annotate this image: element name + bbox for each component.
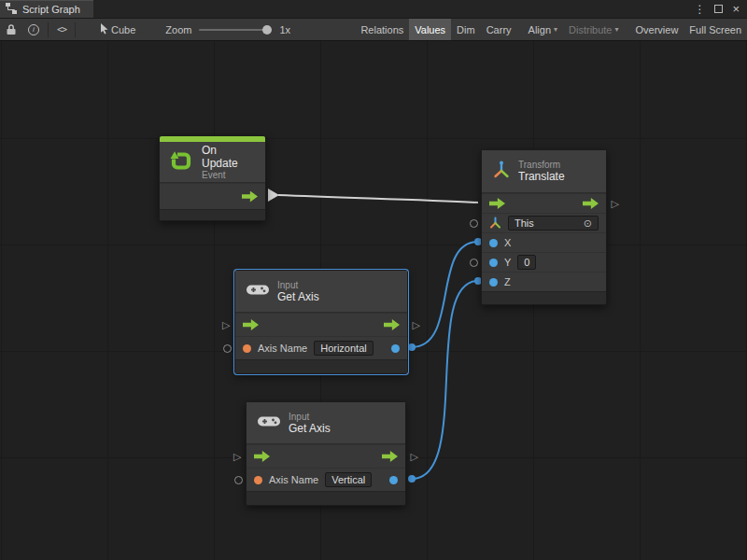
relations-toggle[interactable]: Relations	[355, 19, 409, 40]
value-port-ring[interactable]	[234, 476, 243, 484]
lock-icon[interactable]	[0, 19, 22, 40]
overview-button[interactable]: Overview	[630, 19, 684, 40]
node-footer	[482, 291, 606, 304]
result-output-port[interactable]	[391, 344, 400, 353]
flow-in-triangle[interactable]: ▷	[233, 452, 241, 462]
flow-out-triangle[interactable]: ▷	[612, 199, 619, 209]
this-port-row: This ⊙	[482, 213, 606, 232]
z-input-port[interactable]	[489, 278, 498, 287]
this-field-value: This	[514, 217, 534, 229]
tab-title: Script Graph	[22, 4, 80, 15]
gamepad-icon	[258, 414, 280, 432]
distribute-dropdown[interactable]: Distribute▾	[563, 19, 624, 40]
transform-icon	[493, 161, 510, 183]
flow-input-port[interactable]	[489, 198, 505, 209]
axis-name-label: Axis Name	[258, 343, 307, 354]
flow-input-port[interactable]	[254, 451, 270, 462]
axis-name-row: Axis Name Vertical	[247, 468, 405, 491]
node-footer	[247, 491, 405, 505]
zoom-value: 1x	[279, 24, 290, 35]
this-object-field[interactable]: This ⊙	[508, 216, 599, 231]
node-on-update[interactable]: On Update Event	[159, 135, 266, 221]
gamepad-icon	[247, 283, 269, 301]
flow-port-row: ▷	[482, 193, 606, 213]
pick-cursor-icon	[99, 22, 109, 36]
axis-name-field[interactable]: Vertical	[325, 472, 372, 487]
flow-out-triangle[interactable]: ▷	[411, 452, 418, 462]
zoom-slider[interactable]	[199, 23, 272, 36]
axis-name-input-port[interactable]	[254, 476, 262, 484]
update-loop-icon	[169, 148, 193, 176]
y-port-ring[interactable]	[470, 259, 478, 267]
graph-toolbar: i <> Cube Zoom 1x Relations Values Dim C…	[0, 19, 747, 41]
flow-port-row: ▷ ▷	[247, 444, 405, 468]
node-footer	[160, 209, 265, 220]
flow-output-port[interactable]	[583, 198, 599, 209]
object-picker-icon[interactable]: ⊙	[584, 218, 592, 229]
node-footer	[235, 359, 407, 373]
transform-mini-icon	[489, 217, 501, 231]
code-preview-icon[interactable]: <>	[51, 19, 72, 40]
z-port-label: Z	[504, 276, 511, 287]
node-category: Transform	[518, 160, 565, 170]
target-object-name: Cube	[111, 24, 135, 35]
y-input-port[interactable]	[489, 259, 498, 267]
node-subtitle: Event	[202, 170, 256, 180]
node-get-axis-vertical[interactable]: Input Get Axis ▷ ▷ Axis Name Vertical	[246, 401, 406, 506]
flow-out-triangle[interactable]: ▷	[413, 320, 420, 330]
titlebar: Script Graph ⋮ ×	[0, 0, 747, 19]
node-title: Translate	[518, 170, 565, 183]
window-controls: ⋮ ×	[694, 0, 747, 18]
y-port-row: Y 0	[482, 252, 606, 272]
x-port-row: X	[482, 232, 606, 252]
node-title: Get Axis	[289, 422, 331, 435]
zoom-slider-track[interactable]	[199, 29, 272, 31]
chevron-down-icon: ▾	[615, 25, 619, 34]
kebab-menu-icon[interactable]: ⋮	[694, 3, 705, 16]
value-port-ring[interactable]	[223, 344, 232, 353]
flow-output-port[interactable]	[384, 319, 400, 330]
node-translate[interactable]: Transform Translate ▷ This ⊙	[481, 149, 607, 305]
axis-name-field[interactable]: Horizontal	[314, 341, 374, 356]
values-toggle[interactable]: Values	[409, 19, 451, 40]
info-icon[interactable]: i	[22, 19, 45, 40]
flow-in-triangle[interactable]: ▷	[222, 320, 230, 330]
z-port-row: Z	[482, 272, 606, 291]
carry-toggle[interactable]: Carry	[481, 19, 517, 40]
x-input-port[interactable]	[489, 239, 498, 247]
y-port-label: Y	[504, 257, 511, 268]
node-header: Transform Translate	[482, 150, 606, 193]
tab-script-graph[interactable]: Script Graph	[0, 0, 93, 18]
zoom-label: Zoom	[165, 24, 191, 35]
x-port-label: X	[504, 237, 511, 248]
target-object-button[interactable]: Cube	[93, 19, 141, 40]
script-graph-window: Script Graph ⋮ × i <> Cube Zoom	[0, 0, 747, 560]
node-header: On Update Event	[160, 142, 265, 183]
chevron-down-icon: ▾	[554, 25, 557, 34]
node-header: Input Get Axis	[247, 402, 405, 444]
node-category: Input	[289, 412, 331, 422]
flow-output-port[interactable]	[382, 451, 398, 462]
toolbar-separator	[75, 22, 76, 37]
align-dropdown[interactable]: Align▾	[523, 19, 563, 40]
node-get-axis-horizontal[interactable]: Input Get Axis ▷ ▷ Axis Name Horizontal	[234, 270, 408, 374]
node-category: Input	[277, 280, 319, 290]
dim-toggle[interactable]: Dim	[451, 19, 481, 40]
close-icon[interactable]: ×	[732, 3, 740, 15]
zoom-slider-handle[interactable]	[262, 25, 272, 35]
result-output-port[interactable]	[389, 476, 398, 484]
toolbar-right-group: Relations Values Dim Carry Align▾ Distri…	[355, 19, 747, 40]
this-port-ring[interactable]	[470, 219, 478, 228]
flow-port-row: ▷ ▷	[235, 313, 407, 336]
full-screen-button[interactable]: Full Screen	[684, 19, 747, 40]
node-header: Input Get Axis	[235, 271, 407, 313]
flow-output-port[interactable]	[242, 191, 258, 203]
axis-name-input-port[interactable]	[243, 344, 251, 353]
axis-name-row: Axis Name Horizontal	[235, 336, 407, 359]
flow-input-port[interactable]	[243, 319, 259, 330]
graph-icon	[6, 3, 17, 16]
y-value-field[interactable]: 0	[517, 255, 536, 270]
node-title: Get Axis	[277, 290, 319, 303]
toolbar-separator	[48, 22, 49, 37]
maximize-icon[interactable]	[714, 5, 723, 13]
